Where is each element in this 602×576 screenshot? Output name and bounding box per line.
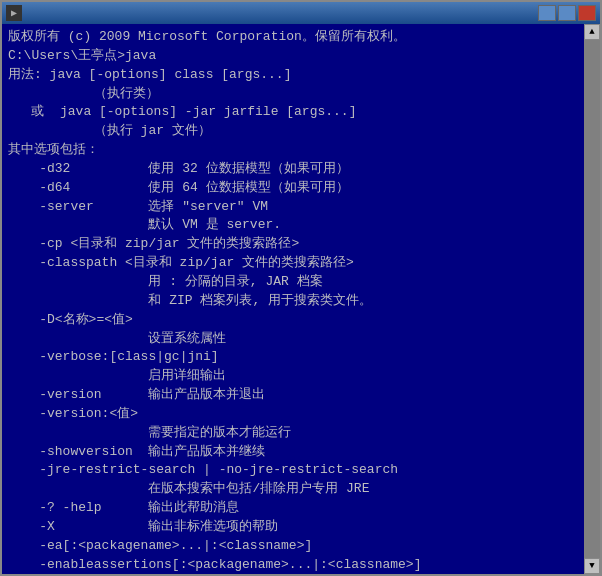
terminal-line: 其中选项包括： — [8, 141, 578, 160]
terminal-line: （执行类） — [8, 85, 578, 104]
terminal-line: -jre-restrict-search | -no-jre-restrict-… — [8, 461, 578, 480]
cmd-window: ▶ 版权所有 (c) 2009 Microsoft Corporation。保留… — [0, 0, 602, 576]
terminal-content[interactable]: 版权所有 (c) 2009 Microsoft Corporation。保留所有… — [2, 24, 584, 574]
minimize-button[interactable] — [538, 5, 556, 21]
close-button[interactable] — [578, 5, 596, 21]
terminal-line: -d64 使用 64 位数据模型（如果可用） — [8, 179, 578, 198]
terminal-line: （执行 jar 文件） — [8, 122, 578, 141]
scroll-track[interactable] — [584, 40, 600, 558]
terminal-line: -enableassertions[:<packagename>...|:<cl… — [8, 556, 578, 574]
terminal-line: -cp <目录和 zip/jar 文件的类搜索路径> — [8, 235, 578, 254]
window-controls — [538, 5, 596, 21]
maximize-button[interactable] — [558, 5, 576, 21]
terminal-line: -? -help 输出此帮助消息 — [8, 499, 578, 518]
scroll-down-button[interactable]: ▼ — [584, 558, 600, 574]
scrollbar[interactable]: ▲ ▼ — [584, 24, 600, 574]
terminal-line: 默认 VM 是 server. — [8, 216, 578, 235]
terminal-line: -verbose:[class|gc|jni] — [8, 348, 578, 367]
terminal-line: -version:<值> — [8, 405, 578, 424]
terminal-line: -server 选择 "server" VM — [8, 198, 578, 217]
terminal-line: 需要指定的版本才能运行 — [8, 424, 578, 443]
terminal-line: -D<名称>=<值> — [8, 311, 578, 330]
terminal-line: -version 输出产品版本并退出 — [8, 386, 578, 405]
terminal-line: -ea[:<packagename>...|:<classname>] — [8, 537, 578, 556]
terminal-line: -d32 使用 32 位数据模型（如果可用） — [8, 160, 578, 179]
scroll-up-button[interactable]: ▲ — [584, 24, 600, 40]
cmd-icon: ▶ — [6, 5, 22, 21]
terminal-line: -X 输出非标准选项的帮助 — [8, 518, 578, 537]
terminal-line: 启用详细输出 — [8, 367, 578, 386]
terminal-line: 和 ZIP 档案列表, 用于搜索类文件。 — [8, 292, 578, 311]
terminal-line: 或 java [-options] -jar jarfile [args...] — [8, 103, 578, 122]
terminal-line: 版权所有 (c) 2009 Microsoft Corporation。保留所有… — [8, 28, 578, 47]
terminal-line: 用法: java [-options] class [args...] — [8, 66, 578, 85]
terminal-line: 用 : 分隔的目录, JAR 档案 — [8, 273, 578, 292]
terminal-line: C:\Users\王亭点>java — [8, 47, 578, 66]
terminal-line: -classpath <目录和 zip/jar 文件的类搜索路径> — [8, 254, 578, 273]
titlebar: ▶ — [2, 2, 600, 24]
titlebar-left: ▶ — [6, 5, 26, 21]
terminal-line: 设置系统属性 — [8, 330, 578, 349]
main-area: 版权所有 (c) 2009 Microsoft Corporation。保留所有… — [2, 24, 600, 574]
terminal-line: 在版本搜索中包括/排除用户专用 JRE — [8, 480, 578, 499]
terminal-line: -showversion 输出产品版本并继续 — [8, 443, 578, 462]
